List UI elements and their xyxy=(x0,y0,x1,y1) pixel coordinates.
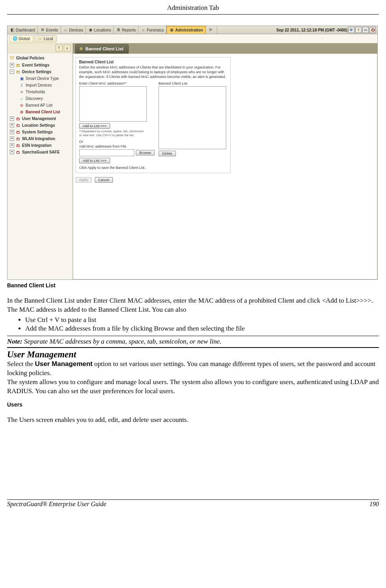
tree-label: Smart Device Type xyxy=(26,76,59,81)
expand-icon[interactable]: + xyxy=(10,116,14,121)
banned-list-box[interactable] xyxy=(159,86,226,149)
tab-label: Locations xyxy=(94,28,111,32)
tab-label: Reports xyxy=(122,28,136,32)
add-to-list-button[interactable]: Add to List >>> xyxy=(79,123,110,129)
tree-banned-ap-list[interactable]: ⊘Banned AP List xyxy=(8,102,72,109)
tree-root[interactable]: 🛡Global Policies xyxy=(8,55,72,62)
tree-label: WLAN Integration xyxy=(22,136,55,142)
collapse-icon[interactable]: − xyxy=(10,70,14,74)
tab-devices[interactable]: ⌂Devices xyxy=(61,26,86,34)
heading-users: Users xyxy=(7,401,379,408)
tree-import-devices[interactable]: ⇩Import Devices xyxy=(8,82,72,89)
panel-action-buttons: Apply Cancel xyxy=(76,177,375,183)
expand-all-icon[interactable]: ⤓ xyxy=(64,44,71,52)
page-header: Administration Tab xyxy=(7,4,379,15)
folder-icon: 🗀 xyxy=(16,123,20,128)
folder-icon: 🗀 xyxy=(16,116,20,121)
expand-icon[interactable]: + xyxy=(10,143,14,148)
heading-user-management: User Management xyxy=(7,349,379,360)
tree-label: Banned AP List xyxy=(26,102,52,108)
tab-reports[interactable]: ≣Reports xyxy=(114,26,139,34)
text-run: Select the xyxy=(7,360,35,368)
import-icon: ⇩ xyxy=(19,83,24,88)
browse-button[interactable]: Browse xyxy=(136,150,155,155)
refresh-icon[interactable]: ⟳ xyxy=(348,27,355,33)
enter-mac-textarea[interactable] xyxy=(79,86,147,122)
list-item: Use Ctrl + V to paste a list xyxy=(25,316,379,324)
tree-label: User Management xyxy=(22,116,56,122)
tree-label: Import Devices xyxy=(26,82,52,88)
expand-icon[interactable]: + xyxy=(10,150,14,154)
tree-label: Global Policies xyxy=(16,55,44,61)
tree-label: SpectraGuard SAFE xyxy=(22,149,60,155)
scope-global[interactable]: 🌐Global xyxy=(9,35,33,42)
tree-label: ESN Integration xyxy=(22,142,52,148)
help-icon[interactable]: ? xyxy=(355,27,362,33)
content-tab-banned-client-list[interactable]: ⊘ Banned Client List xyxy=(75,44,129,54)
tree-wlan-integration[interactable]: +🗀WLAN Integration xyxy=(8,135,72,142)
note-block: Note: Separate MAC addresses by a comma,… xyxy=(7,336,379,348)
logout-icon[interactable]: ⏻ xyxy=(369,27,376,33)
tree-user-management[interactable]: +🗀User Management xyxy=(8,115,72,122)
top-tab-bar: ◧Dashboard ✲Events ⌂Devices ◉Locations ≣… xyxy=(7,26,377,34)
scope-local[interactable]: ⌂Local xyxy=(34,35,57,42)
tree-thresholds[interactable]: ≋Thresholds xyxy=(8,89,72,95)
policy-tree: 🛡Global Policies +🗀Event Settings −🗀Devi… xyxy=(7,53,72,155)
expand-icon[interactable]: + xyxy=(10,130,14,134)
thresholds-icon: ≋ xyxy=(19,90,24,94)
forensics-icon: ⌕ xyxy=(141,28,146,32)
administration-icon: ⚙ xyxy=(169,28,174,33)
tab-forensics[interactable]: ⌕Forensics xyxy=(139,26,166,34)
window-icon[interactable]: ▭ xyxy=(362,27,369,33)
um-paragraph-2: The system allows you to configure and m… xyxy=(7,378,379,396)
reports-icon: ≣ xyxy=(116,28,121,32)
add-to-list-file-button[interactable]: Add to List >>> xyxy=(79,158,110,163)
device-icon: ▣ xyxy=(19,76,24,81)
file-path-input[interactable] xyxy=(79,149,134,156)
tab-locations[interactable]: ◉Locations xyxy=(86,26,114,34)
banned-client-panel: Banned Client List Define the wireless M… xyxy=(76,57,231,173)
delete-button[interactable]: Delete xyxy=(159,151,176,156)
cancel-button[interactable]: Cancel xyxy=(95,177,113,183)
tree-smart-device-type[interactable]: ▣Smart Device Type xyxy=(8,75,72,82)
users-paragraph: The Users screen enables you to add, edi… xyxy=(7,416,379,425)
tab-label: Events xyxy=(46,28,58,32)
content-tab-label: Banned Client List xyxy=(85,46,124,51)
tab-label: Dashboard xyxy=(16,28,35,32)
note-text: Separate MAC addresses by a comma, space… xyxy=(22,338,222,345)
tree-event-settings[interactable]: +🗀Event Settings xyxy=(8,62,72,68)
dashboard-icon: ◧ xyxy=(10,28,15,32)
tree-label: Thresholds xyxy=(26,89,45,95)
figure-caption: Banned Client List xyxy=(7,282,379,288)
banned-list-label: Banned Client List xyxy=(159,81,226,85)
enter-mac-label: Enter Client MAC addresses** xyxy=(79,81,155,85)
globe-icon: 🌐 xyxy=(13,36,17,41)
apply-button[interactable]: Apply xyxy=(76,177,92,183)
scope-tab-bar: 🌐Global ⌂Local xyxy=(7,34,377,43)
expand-icon[interactable]: + xyxy=(10,137,14,141)
client-icon: ⊘ xyxy=(19,110,24,115)
page-footer: SpectraGuard® Enterprise User Guide 190 xyxy=(7,499,379,508)
list-item: Add the MAC addresses from a file by cli… xyxy=(25,325,379,333)
tree-label: Discovery xyxy=(26,96,43,102)
tree-discovery[interactable]: ⌕Discovery xyxy=(8,95,72,102)
locations-icon: ◉ xyxy=(88,28,93,32)
ban-icon: ⊘ xyxy=(79,46,83,51)
tree-esn-integration[interactable]: +🗀ESN Integration xyxy=(8,142,72,149)
tab-administration[interactable]: ⚙Administration xyxy=(166,26,206,34)
expand-icon[interactable]: + xyxy=(10,63,14,67)
separator-note: **Separated by comma, space, tab, semico… xyxy=(79,129,146,137)
timestamp-text: Sep 22 2011, 12:12:18 PM (GMT -0400) xyxy=(276,28,347,32)
tree-location-settings[interactable]: +🗀Location Settings xyxy=(8,122,72,129)
folder-icon: 🗀 xyxy=(16,63,20,68)
tree-device-settings[interactable]: −🗀Device Settings xyxy=(8,68,72,75)
tree-banned-client-list[interactable]: ⊘Banned Client List xyxy=(8,109,72,115)
expand-icon[interactable]: + xyxy=(10,123,14,128)
tab-dashboard[interactable]: ◧Dashboard xyxy=(7,26,38,34)
tree-system-settings[interactable]: +🗀System Settings xyxy=(8,129,72,135)
collapse-all-icon[interactable]: ⤒ xyxy=(55,44,63,52)
tree-spectraguard-safe[interactable]: +🗀SpectraGuard SAFE xyxy=(8,149,72,155)
tab-extra[interactable]: ⟳ xyxy=(206,26,217,34)
folder-icon: 🗀 xyxy=(16,143,20,148)
tab-events[interactable]: ✲Events xyxy=(38,26,61,34)
